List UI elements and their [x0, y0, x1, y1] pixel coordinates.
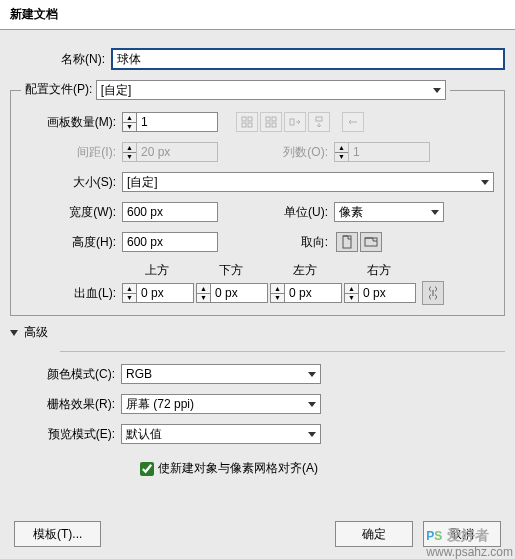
- bleed-top-input[interactable]: [137, 284, 193, 302]
- raster-select[interactable]: 屏幕 (72 ppi): [121, 394, 321, 414]
- orientation-label: 取向:: [218, 234, 328, 251]
- artboard-count-label: 画板数量(M):: [21, 114, 116, 131]
- chevron-down-icon: [308, 372, 316, 377]
- height-input[interactable]: [122, 232, 218, 252]
- unit-value: 像素: [339, 204, 363, 221]
- unit-select[interactable]: 像素: [334, 202, 444, 222]
- chevron-down-icon: [481, 180, 489, 185]
- size-value: [自定]: [127, 174, 158, 191]
- color-mode-select[interactable]: RGB: [121, 364, 321, 384]
- chevron-down-icon: [431, 210, 439, 215]
- size-select[interactable]: [自定]: [122, 172, 494, 192]
- spacing-spinner: ▲▼: [122, 142, 218, 162]
- spacing-label: 间距(I):: [21, 144, 116, 161]
- svg-rect-9: [316, 117, 322, 121]
- svg-rect-6: [266, 123, 270, 127]
- bleed-left-label: 左方: [269, 262, 341, 279]
- svg-rect-7: [272, 123, 276, 127]
- grid-by-col-icon: [260, 112, 282, 132]
- preview-value: 默认值: [126, 426, 162, 443]
- bleed-right-input[interactable]: [359, 284, 415, 302]
- orientation-portrait[interactable]: [336, 232, 358, 252]
- columns-input: [349, 143, 429, 161]
- align-pixel-label: 使新建对象与像素网格对齐(A): [158, 460, 318, 477]
- bleed-left-input[interactable]: [285, 284, 341, 302]
- size-label: 大小(S):: [21, 174, 116, 191]
- bleed-bottom-spinner[interactable]: ▲▼: [196, 283, 268, 303]
- svg-rect-1: [248, 117, 252, 121]
- profile-label: 配置文件(P):: [25, 82, 92, 96]
- raster-label: 栅格效果(R):: [10, 396, 115, 413]
- columns-label: 列数(O):: [218, 144, 328, 161]
- watermark: PS 爱好者 www.psahz.com: [426, 526, 513, 559]
- bleed-bottom-label: 下方: [195, 262, 267, 279]
- name-label: 名称(N):: [10, 51, 105, 68]
- spin-up-icon[interactable]: ▲: [123, 113, 136, 123]
- profile-select[interactable]: [自定]: [96, 80, 446, 100]
- color-mode-value: RGB: [126, 367, 152, 381]
- bleed-left-spinner[interactable]: ▲▼: [270, 283, 342, 303]
- spin-down-icon[interactable]: ▼: [123, 123, 136, 132]
- advanced-toggle[interactable]: 高级: [10, 324, 505, 341]
- link-bleed-icon[interactable]: [422, 281, 444, 305]
- bleed-top-spinner[interactable]: ▲▼: [122, 283, 194, 303]
- chevron-down-icon: [308, 432, 316, 437]
- svg-rect-4: [266, 117, 270, 121]
- name-input[interactable]: [111, 48, 505, 70]
- columns-spinner: ▲▼: [334, 142, 430, 162]
- chevron-down-icon: [433, 88, 441, 93]
- bleed-top-label: 上方: [121, 262, 193, 279]
- chevron-down-icon: [308, 402, 316, 407]
- color-mode-label: 颜色模式(C):: [10, 366, 115, 383]
- grid-by-row-icon: [236, 112, 258, 132]
- arrange-down-icon: [308, 112, 330, 132]
- advanced-label: 高级: [24, 324, 48, 341]
- artboard-count-spinner[interactable]: ▲▼: [122, 112, 218, 132]
- ok-button[interactable]: 确定: [335, 521, 413, 547]
- unit-label: 单位(U):: [218, 204, 328, 221]
- svg-rect-3: [248, 123, 252, 127]
- artboard-count-input[interactable]: [137, 113, 217, 131]
- svg-rect-0: [242, 117, 246, 121]
- bleed-bottom-input[interactable]: [211, 284, 267, 302]
- watermark-url: www.psahz.com: [426, 545, 513, 559]
- svg-rect-2: [242, 123, 246, 127]
- svg-rect-8: [290, 119, 294, 125]
- preview-label: 预览模式(E):: [10, 426, 115, 443]
- svg-rect-5: [272, 117, 276, 121]
- svg-rect-10: [343, 236, 351, 248]
- align-pixel-checkbox[interactable]: [140, 462, 154, 476]
- profile-fieldset: 配置文件(P): [自定] 画板数量(M): ▲▼: [10, 80, 505, 316]
- triangle-down-icon: [10, 330, 18, 336]
- bleed-label: 出血(L):: [21, 285, 116, 302]
- svg-rect-11: [365, 238, 377, 246]
- dialog-body: 名称(N): 配置文件(P): [自定] 画板数量(M): ▲▼: [0, 29, 515, 559]
- profile-value: [自定]: [101, 82, 132, 99]
- width-input[interactable]: [122, 202, 218, 222]
- template-button[interactable]: 模板(T)...: [14, 521, 101, 547]
- arrange-rtl-icon: [342, 112, 364, 132]
- orientation-landscape[interactable]: [360, 232, 382, 252]
- height-label: 高度(H):: [21, 234, 116, 251]
- arrange-right-icon: [284, 112, 306, 132]
- width-label: 宽度(W):: [21, 204, 116, 221]
- bleed-right-spinner[interactable]: ▲▼: [344, 283, 416, 303]
- bleed-right-label: 右方: [343, 262, 415, 279]
- preview-select[interactable]: 默认值: [121, 424, 321, 444]
- spacing-input: [137, 143, 217, 161]
- dialog-title: 新建文档: [0, 0, 515, 29]
- raster-value: 屏幕 (72 ppi): [126, 396, 194, 413]
